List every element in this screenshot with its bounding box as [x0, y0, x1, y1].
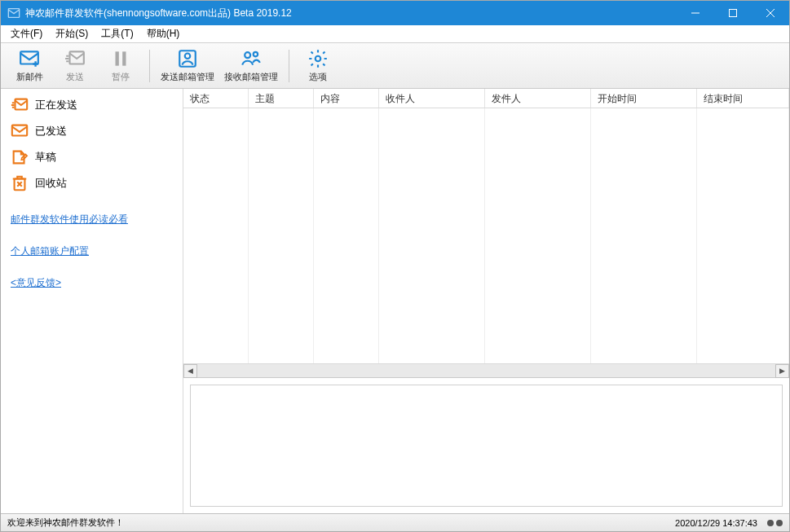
- send-label: 发送: [66, 71, 84, 83]
- scroll-track[interactable]: [197, 364, 775, 377]
- receive-mailbox-manage-button[interactable]: 接收邮箱管理: [220, 46, 282, 86]
- svg-rect-5: [122, 51, 126, 65]
- menu-file[interactable]: 文件(F): [4, 25, 49, 42]
- svg-point-10: [316, 56, 321, 62]
- sidebar-item-drafts[interactable]: 草稿: [7, 144, 176, 170]
- column-headers: 状态 主题 内容 收件人 发件人 开始时间 结束时间: [183, 89, 789, 108]
- new-mail-button[interactable]: 新邮件: [7, 46, 51, 86]
- sidebar-item-trash[interactable]: 回收站: [7, 170, 176, 196]
- new-mail-icon: [19, 48, 40, 69]
- new-mail-label: 新邮件: [16, 71, 43, 83]
- sidebar-links: 邮件群发软件使用必读必看 个人邮箱账户配置 <意见反馈>: [1, 200, 183, 290]
- link-account-config[interactable]: 个人邮箱账户配置: [11, 244, 173, 258]
- sending-icon: [11, 96, 29, 114]
- sidebar-item-label: 正在发送: [35, 98, 77, 112]
- col-status[interactable]: 状态: [183, 89, 249, 108]
- toolbar-separator: [149, 50, 150, 82]
- statusbar: 欢迎来到神农邮件群发软件！ 2020/12/29 14:37:43: [1, 513, 789, 531]
- status-welcome: 欢迎来到神农邮件群发软件！: [7, 517, 124, 529]
- scroll-left-icon[interactable]: ◀: [183, 364, 197, 378]
- menu-help[interactable]: 帮助(H): [140, 25, 187, 42]
- account-send-icon: [177, 48, 198, 69]
- col-subject[interactable]: 主题: [249, 89, 314, 108]
- toolbar-separator: [289, 50, 289, 82]
- scroll-right-icon[interactable]: ▶: [775, 364, 789, 378]
- svg-point-8: [245, 52, 250, 58]
- window-title: 神农邮件群发软件(shennongsoftware.com出品) Beta 20…: [25, 7, 677, 20]
- sidebar-item-label: 草稿: [35, 150, 56, 165]
- status-datetime: 2020/12/29 14:37:43: [675, 518, 757, 528]
- send-mailbox-manage-label: 发送邮箱管理: [161, 71, 214, 83]
- svg-rect-12: [12, 125, 27, 136]
- svg-rect-1: [730, 10, 737, 17]
- col-starttime[interactable]: 开始时间: [591, 89, 697, 108]
- send-mailbox-manage-button[interactable]: 发送邮箱管理: [157, 46, 218, 86]
- sent-icon: [11, 122, 29, 140]
- app-icon: [7, 7, 20, 20]
- mail-list: 状态 主题 内容 收件人 发件人 开始时间 结束时间 ◀ ▶: [183, 89, 789, 378]
- body: 正在发送 已发送 草稿 回收站 邮件群发软件使用: [1, 89, 789, 513]
- titlebar: 神农邮件群发软件(shennongsoftware.com出品) Beta 20…: [1, 1, 789, 25]
- pause-icon: [110, 48, 131, 69]
- window-controls: [677, 1, 789, 25]
- account-recv-icon: [241, 48, 262, 69]
- col-recipient[interactable]: 收件人: [379, 89, 485, 108]
- receive-mailbox-manage-label: 接收邮箱管理: [224, 71, 278, 83]
- status-indicator-icon: [767, 520, 783, 526]
- sidebar-item-sending[interactable]: 正在发送: [7, 92, 176, 118]
- col-content[interactable]: 内容: [314, 89, 379, 108]
- link-guide[interactable]: 邮件群发软件使用必读必看: [11, 213, 173, 226]
- mail-grid-body[interactable]: [183, 108, 789, 363]
- close-button[interactable]: [752, 1, 789, 25]
- trash-icon: [11, 174, 29, 192]
- svg-point-7: [185, 54, 191, 59]
- drafts-icon: [11, 148, 29, 166]
- minimize-button[interactable]: [677, 1, 714, 25]
- sidebar-item-sent[interactable]: 已发送: [7, 118, 176, 144]
- horizontal-scrollbar[interactable]: ◀ ▶: [183, 363, 789, 377]
- svg-point-9: [254, 52, 258, 56]
- sidebar: 正在发送 已发送 草稿 回收站 邮件群发软件使用: [1, 89, 183, 513]
- menu-tools[interactable]: 工具(T): [95, 25, 139, 42]
- send-button: 发送: [53, 46, 97, 86]
- options-button[interactable]: 选项: [296, 46, 340, 86]
- maximize-button[interactable]: [714, 1, 752, 25]
- main-area: 状态 主题 内容 收件人 发件人 开始时间 结束时间 ◀ ▶: [183, 89, 789, 513]
- nav-list: 正在发送 已发送 草稿 回收站: [1, 89, 183, 200]
- col-endtime[interactable]: 结束时间: [697, 89, 789, 108]
- col-sender[interactable]: 发件人: [485, 89, 591, 108]
- link-feedback[interactable]: <意见反馈>: [11, 276, 173, 290]
- send-icon: [64, 48, 86, 69]
- pause-button: 暂停: [99, 46, 143, 86]
- log-panel[interactable]: [190, 385, 783, 507]
- sidebar-item-label: 回收站: [35, 176, 67, 191]
- options-label: 选项: [309, 71, 327, 83]
- toolbar: 新邮件 发送 暂停 发送邮箱管理 接收邮箱管理 选项: [1, 43, 789, 89]
- svg-rect-4: [116, 51, 119, 65]
- gear-icon: [307, 48, 329, 69]
- pause-label: 暂停: [112, 71, 130, 83]
- sidebar-item-label: 已发送: [35, 124, 67, 138]
- menubar: 文件(F) 开始(S) 工具(T) 帮助(H): [1, 25, 789, 43]
- menu-start[interactable]: 开始(S): [49, 25, 95, 42]
